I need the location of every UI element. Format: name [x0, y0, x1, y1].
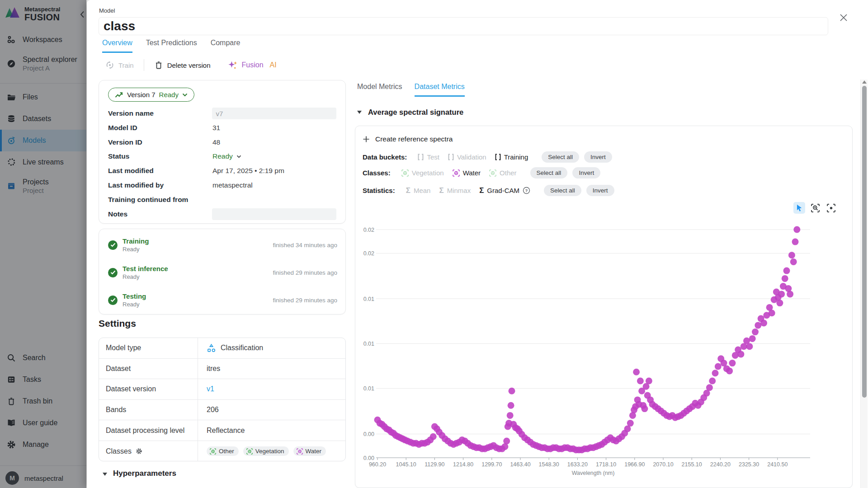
- statistics-row: Statistics:ΣMeanΣMinmaxΣGrad-CAM?Select …: [363, 185, 614, 196]
- settings-heading: Settings: [99, 318, 136, 329]
- version-row: Training continued from: [108, 193, 336, 206]
- data-buckets-option-training[interactable]: Training: [495, 153, 528, 161]
- data-point: [769, 310, 775, 316]
- data-point: [503, 438, 510, 445]
- version-row: Notes: [108, 207, 336, 221]
- classes-option-label: Vegetation: [412, 169, 444, 177]
- class-icon: [453, 169, 460, 177]
- class-chip-label: Water: [306, 448, 322, 455]
- reset-view-icon[interactable]: [825, 202, 837, 214]
- data-point: [776, 300, 783, 306]
- avg-spectral-signature-heading: Average spectral signature: [368, 108, 463, 117]
- settings-value-text: Reflectance: [207, 427, 245, 435]
- tab-compare[interactable]: Compare: [211, 39, 241, 53]
- scatter-chart[interactable]: 0.020.020.010.010.010.000.00960.201045.1…: [363, 213, 846, 484]
- chart-label: 2325.30: [739, 461, 759, 468]
- classes-option-water[interactable]: Water: [453, 169, 481, 177]
- scrollbar-track[interactable]: [860, 80, 868, 488]
- box-zoom-icon[interactable]: [809, 202, 821, 214]
- settings-row-value: itres: [198, 359, 345, 379]
- scrollbar-up-arrow[interactable]: [862, 80, 867, 84]
- chart-label: 0.00: [363, 431, 374, 437]
- model-title-input[interactable]: class: [99, 17, 828, 35]
- avg-spectral-signature-toggle[interactable]: Average spectral signature: [357, 108, 463, 117]
- statistics-option-grad-cam[interactable]: ΣGrad-CAM?: [479, 186, 530, 195]
- fusion-ai-label-2: AI: [270, 61, 277, 69]
- tab-model-metrics[interactable]: Model Metrics: [357, 83, 402, 97]
- status-select[interactable]: Ready: [212, 152, 241, 160]
- version-card: Version 7ReadyVersion namev7Model ID31Ve…: [99, 80, 346, 224]
- pointer-tool-icon[interactable]: [793, 202, 805, 214]
- scrollbar-thumb[interactable]: [862, 86, 867, 398]
- data-point: [430, 433, 437, 440]
- statistics-option-mean[interactable]: ΣMean: [406, 186, 431, 195]
- statistics-option-minmax[interactable]: ΣMinmax: [439, 186, 471, 195]
- train-button[interactable]: Train: [105, 61, 134, 70]
- classes-option-other[interactable]: Other: [489, 169, 517, 177]
- create-reference-spectra-button[interactable]: Create reference spectra: [363, 135, 453, 143]
- close-icon[interactable]: [839, 13, 849, 23]
- fusion-ai-button[interactable]: Fusion AI: [227, 60, 277, 70]
- dataset-version-link[interactable]: v1: [207, 385, 214, 393]
- settings-row-value: v1: [198, 379, 345, 399]
- model-title: class: [104, 19, 135, 33]
- version-row-value: 48: [212, 138, 220, 146]
- settings-label-text: Classes: [106, 447, 132, 455]
- data-point: [737, 351, 744, 357]
- data-point: [726, 367, 733, 374]
- chart-label: 2240.20: [710, 461, 731, 468]
- version-row-label: Last modified by: [108, 181, 212, 189]
- gear-icon: [136, 448, 142, 455]
- bracket-icon: [448, 154, 454, 160]
- classification-icon: [207, 343, 216, 353]
- data-buckets-select-all-button[interactable]: Select all: [542, 151, 579, 163]
- data-buckets-option-label: Test: [427, 153, 439, 161]
- statistics-option-label: Minmax: [447, 187, 471, 194]
- version-row-label: Version ID: [108, 138, 212, 146]
- tab-dataset-metrics[interactable]: Dataset Metrics: [415, 83, 465, 97]
- data-buckets-row: Data buckets:TestValidationTrainingSelec…: [363, 151, 612, 163]
- tab-test-predictions[interactable]: Test Predictions: [146, 39, 197, 53]
- data-point: [646, 378, 652, 385]
- classes-label: Classes:: [363, 169, 391, 177]
- statistics-option-label: Grad-CAM: [487, 187, 519, 194]
- data-point: [509, 388, 515, 394]
- pipeline-text: Test inferenceReady: [123, 265, 168, 280]
- sidebar: Metaspectral FUSION WorkspacesSpectral e…: [0, 0, 87, 488]
- caret-down-icon: [357, 111, 362, 114]
- settings-row: Dataset versionv1: [99, 379, 345, 400]
- data-buckets-option-validation[interactable]: Validation: [448, 153, 486, 161]
- data-buckets-label: Data buckets:: [363, 153, 407, 161]
- version-row: Last modified bymetaspectral: [108, 178, 336, 192]
- pipeline-row-test-inference: Test inferenceReadyfinished 29 minutes a…: [108, 263, 337, 282]
- statistics-invert-button[interactable]: Invert: [586, 185, 614, 196]
- pipeline-finished: finished 29 minutes ago: [273, 269, 337, 276]
- classes-option-vegetation[interactable]: Vegetation: [401, 169, 444, 177]
- classes-select-all-button[interactable]: Select all: [530, 167, 568, 178]
- data-point: [787, 291, 793, 297]
- settings-label-text: Dataset version: [106, 385, 156, 393]
- chart-label: 1214.80: [453, 461, 473, 468]
- data-buckets-invert-button[interactable]: Invert: [584, 151, 612, 163]
- version-row-input[interactable]: v7: [212, 108, 336, 119]
- tab-overview[interactable]: Overview: [102, 39, 132, 53]
- statistics-select-all-button[interactable]: Select all: [544, 185, 581, 196]
- version-row: Version ID48: [108, 136, 336, 149]
- hyperparameters-toggle[interactable]: Hyperparameters: [103, 469, 176, 478]
- bracket-icon: [495, 154, 501, 160]
- version-row-input[interactable]: [212, 208, 336, 220]
- data-buckets-option-test[interactable]: Test: [418, 153, 439, 161]
- class-chip-vegetation: Vegetation: [243, 446, 289, 456]
- version-row-label: Status: [108, 152, 212, 160]
- class-icon: [401, 169, 409, 177]
- classes-invert-button[interactable]: Invert: [572, 167, 600, 178]
- version-selector[interactable]: Version 7Ready: [108, 88, 194, 102]
- toolbar: Train Delete version Fusion AI: [105, 58, 277, 72]
- data-point: [749, 335, 756, 342]
- data-point: [715, 363, 722, 370]
- delete-version-button[interactable]: Delete version: [154, 61, 211, 70]
- toolbar-divider: [144, 59, 144, 71]
- settings-row-label: Dataset: [99, 359, 198, 379]
- chart-label: 2070.10: [653, 461, 673, 468]
- modal-backdrop[interactable]: [0, 0, 86, 488]
